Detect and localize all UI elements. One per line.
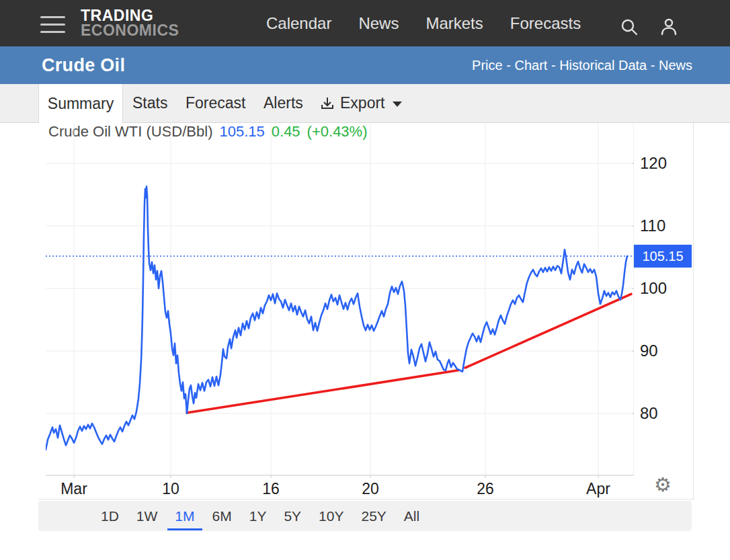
header-link-price[interactable]: Price — [472, 58, 503, 73]
range-button-1y[interactable]: 1Y — [249, 501, 267, 531]
page-title: Crude Oil — [42, 46, 125, 84]
hamburger-menu-icon[interactable] — [40, 16, 65, 34]
range-button-6m[interactable]: 6M — [212, 501, 232, 531]
y-axis-label: 90 — [640, 341, 700, 361]
top-navigation-bar: TRADING ECONOMICS CalendarNewsMarketsFor… — [0, 0, 730, 46]
nav-link-forecasts[interactable]: Forecasts — [510, 14, 581, 33]
y-axis-label: 110 — [640, 216, 700, 236]
price-chart[interactable] — [46, 124, 634, 478]
tab-stats[interactable]: Stats — [132, 84, 167, 122]
range-button-10y[interactable]: 10Y — [319, 501, 343, 531]
range-button-1w[interactable]: 1W — [136, 501, 158, 531]
x-axis-label: Apr — [568, 479, 628, 499]
header-links: Price - Chart - Historical Data - News — [472, 46, 692, 84]
x-axis-label: 10 — [140, 479, 201, 499]
search-icon[interactable] — [619, 17, 639, 37]
export-menu-button[interactable]: Export — [320, 84, 402, 122]
axis-panel-divider — [693, 123, 694, 500]
header-link-news[interactable]: News — [659, 58, 692, 73]
current-price-badge: 105.15 — [634, 245, 692, 268]
export-label: Export — [340, 94, 384, 112]
range-button-1m[interactable]: 1M — [175, 501, 194, 531]
logo-line-2: ECONOMICS — [81, 22, 179, 38]
trading-economics-logo[interactable]: TRADING ECONOMICS — [81, 7, 179, 38]
nav-link-calendar[interactable]: Calendar — [266, 14, 331, 33]
header-link-chart[interactable]: Chart — [514, 58, 547, 73]
y-axis-label: 100 — [640, 278, 700, 298]
range-button-all[interactable]: All — [404, 501, 419, 531]
card-bottom-divider — [38, 499, 693, 499]
header-link-historical-data[interactable]: Historical Data — [559, 58, 647, 73]
x-axis-label: Mar — [44, 479, 104, 499]
range-selector: 1D1W1M6M1Y5Y10Y25YAll — [38, 501, 692, 531]
tab-forecast[interactable]: Forecast — [186, 84, 245, 122]
instrument-header-bar: Crude Oil Price - Chart - Historical Dat… — [0, 46, 730, 84]
download-icon — [320, 96, 335, 111]
x-axis-label: 26 — [455, 479, 516, 499]
range-button-5y[interactable]: 5Y — [284, 501, 301, 531]
chart-panel: Crude Oil WTI (USD/Bbl) 105.15 0.45 (+0.… — [0, 123, 730, 500]
x-axis-label: 20 — [340, 479, 401, 499]
tab-bar: Summary Stats Forecast Alerts Export — [0, 84, 730, 123]
y-axis-label: 120 — [640, 153, 700, 173]
caret-down-icon — [393, 102, 402, 107]
nav-links: CalendarNewsMarketsForecasts — [266, 0, 581, 46]
tab-summary[interactable]: Summary — [38, 84, 123, 123]
y-axis-label: 80 — [640, 403, 700, 424]
header-link-separator: - — [503, 58, 515, 73]
nav-link-markets[interactable]: Markets — [425, 14, 483, 33]
header-link-separator: - — [547, 58, 559, 73]
settings-gear-icon[interactable] — [651, 473, 674, 496]
tab-alerts[interactable]: Alerts — [263, 84, 303, 122]
range-button-1d[interactable]: 1D — [101, 501, 119, 531]
header-link-separator: - — [647, 58, 659, 73]
user-icon[interactable] — [659, 17, 679, 37]
range-button-25y[interactable]: 25Y — [361, 501, 386, 531]
nav-link-news[interactable]: News — [358, 14, 399, 33]
x-axis-label: 16 — [241, 479, 301, 499]
